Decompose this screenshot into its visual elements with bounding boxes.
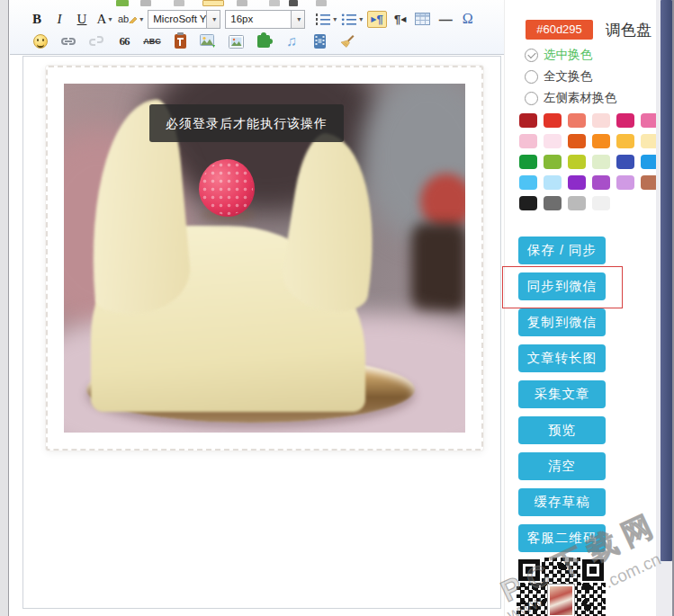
scrollbar-thumb[interactable] — [661, 0, 672, 561]
color-swatch[interactable] — [616, 113, 634, 128]
clean-format-button[interactable] — [338, 31, 356, 51]
blockquote-button[interactable]: 66 — [115, 31, 133, 51]
ordered-list-icon — [315, 13, 331, 26]
color-swatch[interactable] — [592, 196, 610, 210]
font-size-dropdown[interactable]: ▾ — [292, 10, 305, 29]
clipped-icon — [289, 0, 298, 6]
plugin-button[interactable] — [255, 31, 273, 51]
insert-image-button[interactable] — [199, 31, 217, 51]
palette-title: 调色盘 — [606, 20, 652, 40]
color-swatch[interactable] — [568, 175, 586, 190]
color-swatch[interactable] — [544, 134, 562, 148]
color-swatch[interactable] — [592, 134, 610, 148]
unlink-button[interactable] — [87, 31, 105, 51]
clear-button[interactable]: 清空 — [518, 452, 606, 480]
color-swatch[interactable] — [592, 175, 610, 190]
color-swatch[interactable] — [519, 113, 537, 128]
clipped-icon — [269, 0, 280, 6]
color-swatch[interactable] — [616, 134, 634, 148]
underline-button[interactable]: U — [73, 9, 91, 29]
unlink-icon — [88, 35, 104, 48]
color-swatch[interactable] — [568, 196, 586, 210]
insert-table-button[interactable] — [414, 9, 432, 29]
clipped-icon — [237, 0, 247, 6]
strikethrough-button[interactable]: ABC — [143, 31, 161, 51]
color-swatch[interactable] — [519, 155, 537, 169]
current-color-chip[interactable]: #60d295 — [526, 20, 593, 40]
clipped-icon — [116, 0, 129, 6]
color-swatch[interactable] — [592, 155, 610, 169]
link-button[interactable] — [59, 31, 77, 51]
color-swatch[interactable] — [544, 196, 562, 210]
color-swatch[interactable] — [616, 175, 634, 190]
radio-label: 全文换色 — [544, 68, 592, 85]
pilcrow-icon: ¶ — [394, 13, 400, 26]
login-required-toast: 必须登录后才能执行该操作 — [149, 104, 344, 142]
color-swatch[interactable] — [616, 155, 634, 169]
editor-page[interactable]: 必须登录后才能执行该操作 — [22, 56, 501, 609]
toolbar-row-1: B I U A ▾ ab ▾ MicroSoft Y ▾ 16px ▾ — [10, 8, 504, 30]
toolbar-row-2: 66 ABC ♫ — [10, 31, 504, 51]
font-size-select[interactable]: 16px ▾ — [225, 10, 305, 29]
emoji-button[interactable] — [31, 31, 49, 51]
clipped-active-icon — [202, 0, 224, 6]
service-qr-button[interactable]: 客服二维码 — [518, 524, 606, 552]
ltr-paragraph-button[interactable]: ▶ ¶ — [367, 11, 386, 28]
color-swatch[interactable] — [544, 113, 562, 128]
ordered-list-button[interactable]: ▾ — [315, 9, 337, 29]
color-swatch[interactable] — [544, 175, 562, 190]
color-swatch[interactable] — [544, 155, 562, 169]
insert-video-button[interactable] — [310, 31, 328, 51]
color-swatch[interactable] — [568, 134, 586, 148]
cache-draft-button[interactable]: 缓存草稿 — [518, 488, 606, 516]
chevron-down-icon: ▾ — [359, 15, 363, 23]
rtl-paragraph-button[interactable]: ¶ ◀ — [391, 9, 409, 29]
article-to-image-button[interactable]: 文章转长图 — [518, 344, 606, 372]
radio-label: 选中换色 — [544, 47, 592, 63]
image-manager-button[interactable] — [227, 31, 245, 51]
save-sync-button[interactable]: 保存 / 同步 — [518, 237, 606, 264]
italic-button[interactable]: I — [50, 9, 68, 29]
clipboard-text-icon — [175, 34, 186, 49]
font-color-button[interactable]: A ▾ — [95, 9, 113, 29]
bullet-list-button[interactable]: ▾ — [341, 9, 363, 29]
color-swatch[interactable] — [519, 134, 537, 148]
horizontal-rule-button[interactable]: — — [436, 9, 454, 29]
table-icon — [415, 13, 430, 25]
color-swatch[interactable] — [592, 113, 610, 128]
raspberry — [199, 159, 255, 217]
font-size-value: 16px — [225, 10, 292, 29]
copy-wechat-button[interactable]: 复制到微信 — [518, 308, 606, 336]
paste-text-button[interactable] — [171, 31, 189, 51]
radio-left-material-recolor[interactable]: 左侧素材换色 — [525, 90, 616, 106]
color-swatch-grid — [519, 113, 659, 210]
color-swatch[interactable] — [568, 113, 586, 128]
qr-finder-icon — [582, 559, 604, 581]
font-color-icon: A — [97, 12, 107, 27]
sync-wechat-button[interactable]: 同步到微信 — [518, 272, 606, 300]
pen-icon — [129, 14, 138, 23]
font-family-select[interactable]: MicroSoft Y ▾ — [148, 10, 220, 29]
color-swatch[interactable] — [519, 175, 537, 190]
font-family-dropdown[interactable]: ▾ — [207, 10, 220, 29]
insert-music-button[interactable]: ♫ — [283, 31, 301, 51]
color-swatch[interactable] — [568, 155, 586, 169]
color-swatch[interactable] — [519, 196, 537, 210]
qr-center-thumbnail — [548, 585, 574, 616]
play-left-icon: ◀ — [400, 15, 406, 23]
special-char-button[interactable]: Ω — [459, 9, 477, 29]
collect-article-button[interactable]: 采集文章 — [518, 380, 606, 408]
highlight-button[interactable]: ab ▾ — [118, 9, 143, 29]
bold-button[interactable]: B — [28, 9, 46, 29]
chevron-down-icon: ▾ — [139, 15, 143, 23]
link-icon — [60, 36, 76, 47]
image-icon — [200, 34, 217, 49]
qr-finder-icon — [518, 559, 540, 581]
radio-fulltext-recolor[interactable]: 全文换色 — [525, 68, 592, 85]
highlight-icon: ab — [118, 13, 129, 24]
scrollbar-track[interactable] — [656, 0, 674, 616]
editor-app: B I U A ▾ ab ▾ MicroSoft Y ▾ 16px ▾ — [0, 0, 674, 616]
font-family-value: MicroSoft Y — [148, 10, 207, 29]
preview-button[interactable]: 预览 — [518, 416, 606, 444]
radio-selected-recolor[interactable]: 选中换色 — [525, 47, 592, 63]
